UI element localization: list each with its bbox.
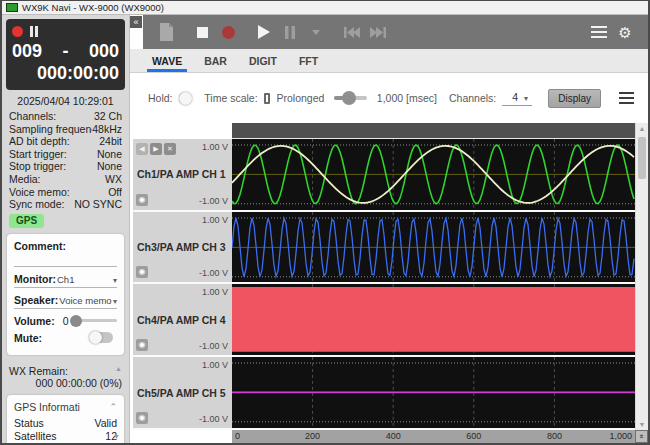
info-row-channels: Channels:32 Ch [9,110,122,123]
waveform-area: ◀ ▶ ✕ 1.00 V Ch1/PA AMP CH 1 -1.00 V ◉ 1… [133,123,648,443]
channel-settings-button[interactable]: ◉ [136,412,148,424]
channels-select[interactable]: 4 ▾ [502,91,532,106]
speaker-select[interactable]: Speaker: Voice memo ▾ [14,294,117,309]
gps-row-satellites: Satellites12 [14,430,117,443]
prolonged-checkbox[interactable] [264,93,271,104]
collapse-sidebar-button[interactable]: « [130,16,142,28]
monitor-value: Ch1 [57,274,113,285]
time-scale-slider[interactable] [334,96,367,100]
app-icon [6,3,18,12]
gps-info-title: GPS Informati [14,401,80,413]
scroll-up-icon[interactable]: ▲ [636,125,648,132]
channel-prev-button[interactable]: ◀ [136,143,148,155]
stop-button[interactable] [189,19,215,45]
scale-top-label: 1.00 V [202,142,228,152]
hold-toggle[interactable] [179,93,189,104]
new-file-button[interactable] [153,19,179,45]
time-scale-slider-thumb[interactable] [342,91,356,105]
collapse-chevron-icon[interactable]: ⌃ [109,402,117,412]
view-tabs: WAVE BAR DIGIT FFT [130,49,648,73]
channel-close-button[interactable]: ✕ [164,143,176,155]
channels-label: Channels: [449,92,496,104]
volume-slider[interactable] [73,319,118,322]
channel-settings-button[interactable]: ◉ [136,339,148,351]
timeline-collapse-button[interactable]: « [635,430,648,443]
monitor-settings-card: Comment: Monitor: Ch1 ▾ Speaker: Voice m… [7,234,124,355]
info-row-sync-mode: Sync mode:NO SYNC [9,198,122,211]
channel-1-waveform-plot[interactable] [232,139,635,212]
tab-fft[interactable]: FFT [288,49,329,72]
display-button[interactable]: Display [548,89,601,108]
axis-tick-label: 800 [547,431,562,441]
record-button[interactable] [215,19,241,45]
comment-label: Comment: [14,240,66,252]
app-window: WX9K Navi - WX-9000 (WX9000) 009 - 000 0… [0,0,650,445]
tab-digit[interactable]: DIGIT [238,49,288,72]
scroll-down-icon[interactable]: ▼ [113,433,120,440]
gear-icon: ⚙ [618,25,631,40]
volume-slider-thumb[interactable] [70,315,82,327]
device-info-list: Channels:32 Ch Sampling frequency:48kHz … [2,110,129,211]
channel-name: Ch4/PA AMP CH 4 [137,314,226,326]
play-button[interactable] [251,19,277,45]
play-options-button[interactable] [303,19,329,45]
chevron-down-icon [312,30,320,35]
axis-tick-label: 400 [386,431,401,441]
channels-value: 4 [512,91,518,103]
channel-name: Ch1/PA AMP CH 1 [137,168,226,180]
speaker-label: Speaker: [14,294,58,306]
info-row-bitdepth: AD bit depth:24bit [9,135,122,148]
scroll-up-icon[interactable]: ▲ [115,365,122,377]
info-row-sampling: Sampling frequency:48kHz [9,123,122,136]
channel-play-button[interactable]: ▶ [150,143,162,155]
speaker-value: Voice memo [59,295,113,306]
axis-tick-label: 600 [466,431,481,441]
chevron-down-icon: ▾ [524,94,528,103]
main-panel: « [130,15,648,443]
scale-bottom-label: -1.00 V [199,196,228,206]
chevron-down-icon: ▾ [113,276,117,285]
monitor-select[interactable]: Monitor: Ch1 ▾ [14,273,117,288]
scrollbar-thumb[interactable] [638,137,646,179]
elapsed-time: 000:00:00 [12,63,119,84]
time-scale-value: 1,000 [msec] [377,92,437,104]
transport-toolbar: ⚙ [143,15,648,49]
channel-4-label-cell: 1.00 V Ch4/PA AMP CH 4 -1.00 V ◉ [133,284,232,357]
volume-row: Volume: 0 [14,315,117,327]
menu-button[interactable] [586,19,612,45]
time-scale-label: Time scale: [204,92,257,104]
axis-tick-label: 1,000 [609,431,632,441]
channel-3-label-cell: 1.00 V Ch3/PA AMP CH 3 -1.00 V ◉ [133,212,232,285]
settings-button[interactable]: ⚙ [612,19,638,45]
channel-3-waveform-plot[interactable] [232,212,635,285]
scrollbar-column: ▲ ▼ « [635,123,648,443]
channel-5-waveform-plot[interactable] [232,357,635,430]
take-number: 009 [12,41,42,62]
info-row-media: Media:WX [9,173,122,186]
mute-toggle[interactable] [89,332,113,343]
status-sidebar: 009 - 000 000:00:00 2025/04/04 10:29:01 … [2,15,130,443]
hamburger-icon [591,26,607,38]
tab-wave[interactable]: WAVE [141,49,193,72]
skip-to-end-button[interactable] [365,19,391,45]
take-file-counter: 009 - 000 [12,41,119,62]
hold-label: Hold: [148,92,173,104]
tab-bar[interactable]: BAR [193,49,238,72]
wx-remain-block: WX Remain: ▲ 000 00:00:00 (0%) [9,365,122,389]
channel-settings-button[interactable]: ◉ [136,266,148,278]
info-row-start-trigger: Start trigger:None [9,148,122,161]
channel-name: Ch3/PA AMP CH 3 [137,241,226,253]
wave-options-menu-button[interactable] [619,92,634,104]
vertical-scrollbar[interactable]: ▲ ▼ [635,123,648,430]
recorder-status-panel: 009 - 000 000:00:00 [6,19,125,90]
scroll-down-icon[interactable]: ▼ [636,421,648,428]
comment-input[interactable] [14,254,117,267]
channel-4-waveform-plot[interactable] [232,284,635,357]
channel-settings-button[interactable]: ◉ [136,194,148,206]
pause-button[interactable] [277,19,303,45]
skip-to-start-button[interactable] [339,19,365,45]
wave-controls-row: Hold: Time scale: Prolonged 1,000 [msec]… [130,73,648,123]
pause-icon [285,26,295,39]
volume-value: 0 [63,315,69,327]
hamburger-icon [619,92,634,94]
